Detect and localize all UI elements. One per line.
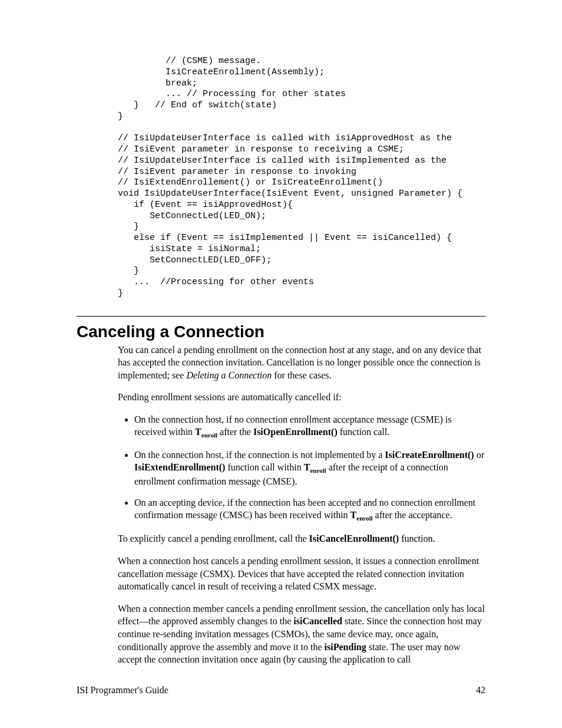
code-block: // (CSME) message. IsiCreateEnrollment(A…: [118, 56, 485, 299]
text: To explicitly cancel a pending enrollmen…: [118, 533, 309, 543]
state-name: isiPending: [325, 642, 366, 652]
page-number: 42: [476, 685, 485, 696]
subscript: enroll: [356, 515, 372, 522]
paragraph-list-intro: Pending enrollment sessions are automati…: [118, 391, 485, 404]
text: On the connection host, if the connectio…: [134, 450, 385, 460]
page-footer: ISI Programmer's Guide 42: [77, 685, 485, 696]
footer-title: ISI Programmer's Guide: [77, 685, 168, 696]
reference-italic: Deleting a Connection: [186, 370, 272, 380]
function-name: IsiExtendEnrollment(): [134, 462, 225, 472]
text: or: [474, 450, 484, 460]
body-text: You can cancel a pending enrollment on t…: [118, 344, 485, 666]
function-name: IsiCreateEnrollment(): [385, 450, 474, 460]
bullet-list: On the connection host, if no connection…: [118, 413, 485, 523]
paragraph-member-cancel: When a connection member cancels a pendi…: [118, 602, 485, 666]
list-item: On the connection host, if the connectio…: [134, 449, 485, 488]
function-name: IsiOpenEnrollment(): [253, 427, 338, 437]
subscript: enroll: [310, 467, 326, 474]
symbol-t: T: [195, 427, 201, 437]
heading-rule-top: [77, 316, 485, 317]
section-heading: Canceling a Connection: [77, 322, 485, 341]
list-item: On the connection host, if no connection…: [134, 413, 485, 440]
paragraph-cancel: To explicitly cancel a pending enrollmen…: [118, 532, 485, 545]
text: after the acceptance.: [373, 510, 452, 520]
text: after the: [217, 427, 253, 437]
text: function.: [399, 533, 435, 543]
paragraph-host-cancel: When a connection host cancels a pending…: [118, 555, 485, 593]
symbol-t: T: [304, 462, 310, 472]
function-name: IsiCancelEnrollment(): [309, 533, 399, 543]
subscript: enroll: [201, 432, 217, 439]
text: function call.: [338, 427, 389, 437]
symbol-t: T: [351, 510, 357, 520]
list-item: On an accepting device, if the connectio…: [134, 496, 485, 523]
paragraph-intro: You can cancel a pending enrollment on t…: [118, 344, 485, 382]
page: // (CSME) message. IsiCreateEnrollment(A…: [0, 0, 562, 728]
text: for these cases.: [272, 370, 331, 380]
state-name: isiCancelled: [293, 616, 342, 626]
text: function call within: [225, 462, 303, 472]
